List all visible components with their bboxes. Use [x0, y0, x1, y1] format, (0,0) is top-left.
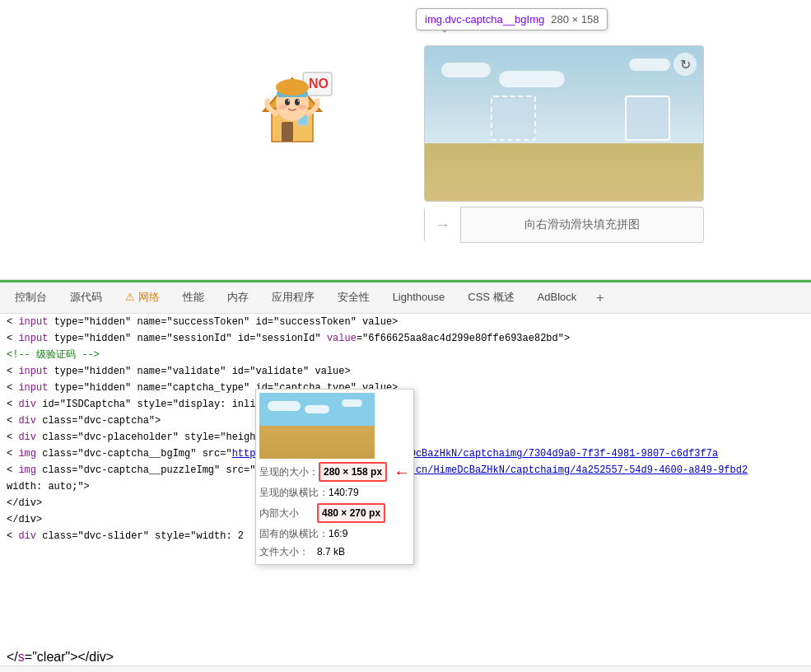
- slider-bar[interactable]: → 向右滑动滑块填充拼图: [424, 207, 704, 243]
- svg-text:NO: NO: [309, 77, 329, 91]
- file-size-value: 8.7 kB: [317, 544, 345, 559]
- bottom-code-line: </s="clear"></div>: [0, 649, 811, 665]
- tooltip-class-name: img.dvc-captcha__bgImg: [425, 13, 544, 26]
- natural-ratio-label: 固有的纵横比：: [259, 526, 329, 541]
- svg-point-12: [288, 100, 290, 102]
- info-row-aspect-ratio: 呈现的纵横比： 140:79: [259, 483, 410, 502]
- natural-ratio-value: 16:9: [329, 526, 347, 541]
- breadcrumb-bar: div#content › div.wrapper › div#verify ›…: [0, 665, 811, 672]
- intrinsic-size-value: 480 × 270 px: [317, 503, 385, 523]
- tab-adblock[interactable]: AdBlock: [526, 282, 589, 314]
- svg-point-9: [276, 79, 309, 96]
- tab-sources[interactable]: 源代码: [58, 282, 114, 314]
- cloud-1: [441, 63, 491, 77]
- info-row-natural-ratio: 固有的纵横比： 16:9: [259, 525, 410, 543]
- svg-point-14: [278, 105, 287, 110]
- code-line-3: <!-- 级验证码 -->: [0, 347, 811, 363]
- svg-point-10: [285, 99, 290, 105]
- svg-point-11: [295, 99, 300, 105]
- tab-network[interactable]: ⚠ 网络: [114, 282, 171, 314]
- element-tooltip: img.dvc-captcha__bgImg 280 × 158: [416, 8, 608, 30]
- svg-point-13: [298, 100, 300, 102]
- tab-application[interactable]: 应用程序: [260, 282, 326, 314]
- image-preview-popup: 呈现的大小： 280 × 158 px ← 呈现的纵横比： 140:79 内部大…: [255, 389, 414, 565]
- tab-lighthouse[interactable]: Lighthouse: [381, 282, 457, 314]
- tab-performance[interactable]: 性能: [171, 282, 216, 314]
- thumb-cloud-2: [305, 405, 329, 413]
- red-arrow-icon: ←: [394, 464, 410, 479]
- captcha-widget: img.dvc-captcha__bgImg 280 × 158 ↻: [424, 16, 704, 243]
- refresh-button[interactable]: ↻: [674, 53, 697, 76]
- file-size-label: 文件大小：: [259, 544, 317, 559]
- displayed-size-label: 呈现的大小：: [259, 464, 319, 479]
- svg-point-15: [298, 105, 306, 110]
- devtools-panel: 控制台 源代码 ⚠ 网络 性能 内存 应用程序 安全性 Lighthouse C…: [0, 280, 811, 672]
- character-illustration: NO: [231, 41, 354, 165]
- tab-memory[interactable]: 内存: [216, 282, 260, 314]
- webpage-preview: NO img.dvc-capt: [0, 0, 811, 280]
- code-line-4: < input type="hidden" name="validate" id…: [0, 363, 811, 380]
- thumb-cloud-1: [268, 401, 301, 411]
- tab-security[interactable]: 安全性: [326, 282, 381, 314]
- aspect-ratio-label: 呈现的纵横比：: [259, 485, 329, 500]
- info-row-displayed-size: 呈现的大小： 280 × 158 px ←: [259, 460, 410, 483]
- tooltip-size: 280 × 158: [551, 13, 599, 26]
- cloud-3: [629, 58, 670, 71]
- displayed-size-value: 280 × 158 px: [319, 462, 387, 482]
- code-line-1: < input type="hidden" name="successToken…: [0, 314, 811, 330]
- intrinsic-size-label: 内部大小: [259, 506, 317, 520]
- aspect-ratio-value: 140:79: [329, 485, 359, 500]
- image-thumbnail: [259, 393, 375, 459]
- code-line-2: < input type="hidden" name="sessionId" i…: [0, 330, 811, 347]
- devtools-code-view: < input type="hidden" name="successToken…: [0, 314, 811, 649]
- tab-css-overview[interactable]: CSS 概述: [456, 282, 525, 314]
- svg-rect-2: [282, 122, 293, 142]
- slider-arrow-icon[interactable]: →: [425, 207, 461, 243]
- tab-console[interactable]: 控制台: [3, 282, 58, 314]
- thumb-cloud-3: [342, 399, 362, 407]
- image-info-table: 呈现的大小： 280 × 158 px ← 呈现的纵横比： 140:79 内部大…: [259, 460, 410, 561]
- tab-add-button[interactable]: +: [588, 284, 612, 312]
- captcha-ground: [425, 143, 703, 201]
- puzzle-piece: [625, 96, 670, 141]
- puzzle-cutout: [491, 96, 536, 141]
- captcha-image-container: ↻: [424, 45, 704, 202]
- info-row-file-size: 文件大小： 8.7 kB: [259, 543, 410, 561]
- cloud-2: [499, 71, 565, 87]
- captcha-background: [425, 46, 703, 201]
- info-row-intrinsic-size: 内部大小 480 × 270 px: [259, 502, 410, 525]
- slider-instruction: 向右滑动滑块填充拼图: [461, 217, 703, 232]
- devtools-tabs: 控制台 源代码 ⚠ 网络 性能 内存 应用程序 安全性 Lighthouse C…: [0, 282, 811, 314]
